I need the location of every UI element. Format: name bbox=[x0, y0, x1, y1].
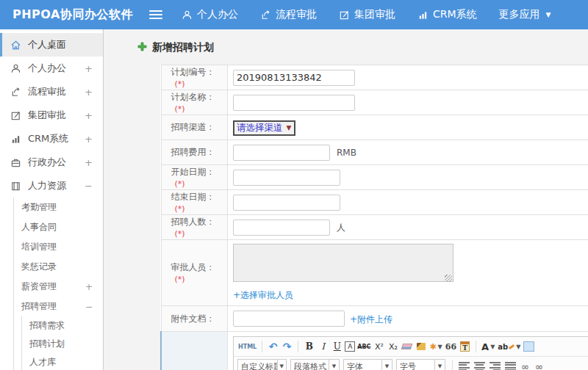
sidebar-item-recruit-demand[interactable]: 招聘需求 bbox=[22, 316, 103, 335]
expand-plus-icon[interactable]: + bbox=[85, 157, 93, 168]
recruit-plan-form: 计划编号：(*) 计划名称：(*) 招聘渠道： 请选择渠道 ▼ 招聘费用： RM… bbox=[160, 65, 588, 370]
form-row-editor: HTML ↶ ↷ B I U A ABC X² X₂ bbox=[161, 332, 588, 370]
form-row-end-date: 结束日期：(*) bbox=[161, 190, 588, 215]
bold-button[interactable]: B bbox=[303, 339, 315, 354]
expand-plus-icon[interactable]: + bbox=[85, 63, 93, 74]
superscript-button[interactable]: X² bbox=[373, 339, 385, 354]
chevron-down-icon: ▼ bbox=[546, 11, 551, 18]
paste-icon[interactable]: T bbox=[459, 339, 471, 354]
underline-button[interactable]: U bbox=[331, 339, 343, 354]
align-right-icon[interactable] bbox=[490, 362, 501, 370]
select-arrow-icon: ▼ bbox=[287, 124, 292, 131]
required-mark: (*) bbox=[175, 229, 185, 239]
topnav-group-approval[interactable]: 集团审批 bbox=[339, 8, 395, 21]
sidebar-item-talent-pool[interactable]: 人才库 bbox=[22, 353, 103, 370]
sidebar-item-personal-office[interactable]: 个人办公 + bbox=[0, 57, 103, 80]
sidebar-item-rewards[interactable]: 奖惩记录 bbox=[14, 257, 103, 277]
dropdown-arrow-icon: ▼ bbox=[381, 360, 392, 370]
undo-icon[interactable]: ↶ bbox=[267, 339, 279, 354]
menu-icon[interactable] bbox=[149, 8, 162, 21]
field-label: 招聘费用： bbox=[171, 147, 215, 157]
field-label: 招聘人数： bbox=[171, 217, 215, 227]
sidebar-item-recruit-mgmt[interactable]: 招聘管理− bbox=[14, 297, 103, 316]
font-size-dropdown[interactable]: 字号▼ bbox=[396, 359, 445, 370]
fee-input[interactable] bbox=[233, 145, 330, 161]
attachment-upload-link[interactable]: +附件上传 bbox=[350, 314, 392, 324]
app-header: PHPOA协同办公软件 个人办公 流程审批 集团审批 CRM系统 更多应用 ▼ bbox=[0, 0, 588, 29]
app-brand: PHPOA协同办公软件 bbox=[0, 7, 136, 23]
expand-plus-icon[interactable]: + bbox=[85, 282, 93, 292]
expand-plus-icon[interactable]: + bbox=[85, 110, 93, 121]
topnav-more-apps[interactable]: 更多应用 ▼ bbox=[499, 8, 551, 21]
headcount-input[interactable] bbox=[233, 220, 330, 236]
person-icon bbox=[182, 10, 193, 21]
form-row-plan-name: 计划名称：(*) bbox=[161, 90, 588, 115]
plan-name-input[interactable] bbox=[233, 95, 355, 111]
dropdown-arrow-icon: ▼ bbox=[329, 360, 339, 370]
subscript-button[interactable]: X₂ bbox=[387, 339, 399, 354]
main-content: 新增招聘计划 计划编号：(*) 计划名称：(*) 招聘渠道： 请选择渠道 ▼ bbox=[104, 29, 588, 370]
sidebar-item-training[interactable]: 培训管理 bbox=[14, 237, 103, 257]
end-date-input[interactable] bbox=[233, 195, 340, 211]
insert-image-button[interactable] bbox=[523, 339, 535, 354]
eraser-icon[interactable] bbox=[401, 339, 413, 354]
expand-plus-icon[interactable]: + bbox=[85, 134, 93, 145]
expand-plus-icon[interactable]: + bbox=[85, 87, 93, 98]
sidebar-item-hr-contract[interactable]: 人事合同 bbox=[14, 217, 103, 237]
select-approver-link[interactable]: +选择审批人员 bbox=[233, 289, 588, 302]
dropdown-arrow-icon: ▼ bbox=[434, 360, 445, 370]
insert-link-icon[interactable]: ∞ bbox=[519, 359, 531, 370]
topnav-crm[interactable]: CRM系统 bbox=[417, 8, 477, 21]
font-color-button[interactable]: A▼ bbox=[481, 339, 495, 354]
italic-button[interactable]: I bbox=[317, 339, 329, 354]
channel-select[interactable]: 请选择渠道 ▼ bbox=[233, 120, 295, 136]
sidebar-item-recruit-plan[interactable]: 招聘计划 bbox=[22, 335, 103, 353]
field-label: 附件文档： bbox=[171, 313, 215, 324]
required-mark: (*) bbox=[175, 79, 185, 89]
sidebar-item-flow-approval[interactable]: 流程审批 + bbox=[0, 80, 103, 104]
start-date-input[interactable] bbox=[233, 170, 340, 186]
topnav-personal-office[interactable]: 个人办公 bbox=[182, 8, 238, 21]
format-brush-icon[interactable]: ✱▼ bbox=[429, 339, 442, 354]
sidebar-item-attendance[interactable]: 考勤管理 bbox=[14, 197, 103, 217]
required-mark: (*) bbox=[175, 204, 185, 214]
plan-no-input[interactable] bbox=[233, 70, 355, 86]
form-row-start-date: 开始日期：(*) bbox=[161, 165, 588, 190]
form-row-attachment: 附件文档： +附件上传 bbox=[161, 306, 588, 332]
approver-textarea[interactable] bbox=[233, 244, 453, 282]
person-icon bbox=[10, 63, 22, 74]
align-center-icon[interactable] bbox=[474, 362, 485, 370]
resize-grip[interactable] bbox=[445, 275, 452, 282]
hr-submenu: 考勤管理 人事合同 培训管理 奖惩记录 薪资管理+ 招聘管理− 招聘需求 招聘计… bbox=[13, 197, 103, 370]
briefcase-icon bbox=[10, 157, 22, 168]
font-style-button[interactable]: A bbox=[345, 341, 355, 352]
remove-link-icon[interactable]: ∞ bbox=[533, 359, 545, 370]
sidebar-item-admin-office[interactable]: 行政办公 + bbox=[0, 150, 103, 174]
align-left-icon[interactable] bbox=[459, 362, 470, 370]
redo-icon[interactable]: ↷ bbox=[281, 339, 293, 354]
font-family-dropdown[interactable]: 字体▼ bbox=[343, 359, 392, 370]
editor-toolbar-bottom: 自定义标题▼ 段落格式▼ 字体▼ 字号▼ ∞ ∞ bbox=[234, 357, 588, 370]
attachment-input[interactable] bbox=[233, 311, 345, 327]
strikethrough-button[interactable]: ABC bbox=[356, 339, 371, 354]
sidebar-item-hr[interactable]: 人力资源 − bbox=[0, 174, 103, 197]
share-arrow-icon bbox=[10, 87, 22, 98]
required-mark: (*) bbox=[175, 104, 185, 114]
html-source-button[interactable]: HTML bbox=[237, 339, 257, 354]
highlight-color-button[interactable]: ab▼ bbox=[497, 339, 521, 354]
align-justify-icon[interactable] bbox=[505, 362, 516, 370]
topnav-flow-approval[interactable]: 流程审批 bbox=[260, 8, 317, 21]
blockquote-button[interactable]: 66 bbox=[445, 339, 457, 354]
edit-square-icon bbox=[10, 110, 22, 121]
sidebar-item-desktop[interactable]: 个人桌面 bbox=[0, 33, 103, 57]
collapse-minus-icon[interactable]: − bbox=[85, 302, 93, 312]
field-label: 审批人员： bbox=[171, 262, 215, 272]
recruit-submenu: 招聘需求 招聘计划 人才库 bbox=[21, 316, 103, 370]
sidebar-item-crm[interactable]: CRM系统 + bbox=[0, 127, 103, 150]
clear-format-broom-icon[interactable] bbox=[415, 339, 427, 354]
paragraph-format-dropdown[interactable]: 段落格式▼ bbox=[290, 359, 340, 370]
sidebar-item-salary[interactable]: 薪资管理+ bbox=[14, 277, 103, 297]
custom-title-dropdown[interactable]: 自定义标题▼ bbox=[237, 359, 287, 370]
sidebar-item-group-approval[interactable]: 集团审批 + bbox=[0, 104, 103, 127]
collapse-minus-icon[interactable]: − bbox=[85, 181, 93, 192]
